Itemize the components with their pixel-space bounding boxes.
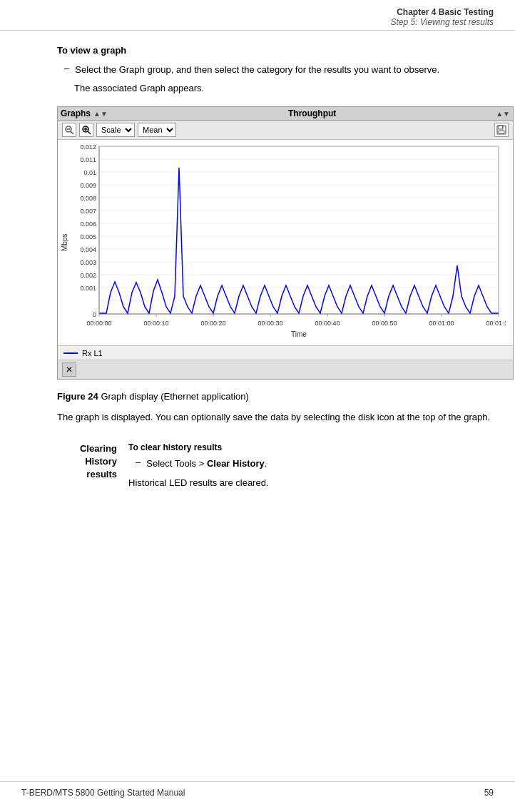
chart-inner: 0.012 0.011 0.01 0.009 0.008 0.007 0.006… (71, 143, 513, 342)
save-disk-button[interactable] (494, 123, 509, 137)
svg-text:00:00:10: 00:00:10 (143, 320, 168, 327)
svg-text:0.003: 0.003 (80, 259, 96, 266)
svg-line-1 (71, 131, 73, 134)
figure-caption: Figure 24 Graph display (Ethernet applic… (57, 391, 494, 402)
clearing-content: To clear history results – Select Tools … (128, 442, 494, 490)
clearing-bullet-text: Select Tools > (146, 458, 207, 469)
svg-text:00:00:20: 00:00:20 (200, 320, 225, 327)
scale-select[interactable]: Scale (96, 123, 135, 137)
clearing-text: Select Tools > Clear History. (146, 457, 267, 471)
graph-toolbar: Scale Mean (58, 121, 513, 140)
svg-text:0.012: 0.012 (80, 143, 96, 151)
svg-text:0.004: 0.004 (80, 246, 96, 253)
legend-item-label: Rx L1 (82, 349, 103, 357)
clearing-subheading: To clear history results (128, 442, 494, 452)
svg-text:0.007: 0.007 (80, 208, 96, 215)
mean-select[interactable]: Mean (138, 123, 176, 137)
zoom-out-button[interactable] (62, 123, 76, 137)
bullet-item-1: – Select the Graph group, and then selec… (57, 63, 494, 77)
svg-text:00:00:50: 00:00:50 (372, 320, 397, 327)
svg-text:0.009: 0.009 (80, 182, 96, 189)
svg-line-4 (88, 131, 91, 134)
svg-text:00:00:40: 00:00:40 (315, 320, 340, 327)
associated-text: The associated Graph appears. (57, 81, 494, 96)
graph-description: The graph is displayed. You can optional… (57, 410, 494, 425)
legend-line-symbol (63, 352, 78, 354)
svg-rect-11 (99, 146, 499, 314)
cross-button[interactable]: ✕ (62, 362, 76, 377)
clearing-dash: – (136, 457, 141, 471)
page-footer: T-BERD/MTS 5800 Getting Started Manual 5… (0, 781, 515, 798)
graph-left-title: Graphs (61, 108, 91, 118)
svg-text:0.008: 0.008 (80, 195, 96, 202)
main-content: To view a graph – Select the Graph group… (0, 31, 515, 516)
historical-text: Historical LED results are cleared. (128, 476, 494, 490)
clearing-label: Clearing History results (57, 442, 128, 490)
svg-text:0.01: 0.01 (83, 169, 96, 176)
svg-text:00:01:10: 00:01:10 (486, 320, 506, 327)
graph-titlebar-right: Throughput ▲▼ (282, 108, 510, 118)
svg-text:Time: Time (291, 330, 307, 338)
graph-bottombar: ✕ (58, 360, 513, 379)
svg-text:0: 0 (93, 311, 96, 318)
footer-page: 59 (484, 788, 494, 798)
graph-widget: Graphs ▲▼ Throughput ▲▼ (57, 106, 514, 380)
graph-right-title: Throughput (288, 108, 336, 118)
graph-titlebar: Graphs ▲▼ Throughput ▲▼ (58, 107, 513, 121)
svg-text:00:01:00: 00:01:00 (429, 320, 454, 327)
svg-text:0.006: 0.006 (80, 220, 96, 228)
clearing-label-line2: History results (85, 456, 117, 479)
svg-text:0.011: 0.011 (80, 156, 96, 163)
graph-left-arrow[interactable]: ▲▼ (93, 110, 108, 118)
clearing-bold-text: Clear History (207, 458, 265, 469)
clearing-section: Clearing History results To clear histor… (57, 442, 494, 490)
chapter-title: Chapter 4 Basic Testing (397, 7, 494, 17)
clearing-bullet-end: . (265, 458, 267, 469)
svg-text:0.001: 0.001 (80, 285, 96, 292)
step-title: Step 5: Viewing test results (390, 17, 494, 27)
legend-area: Rx L1 (58, 345, 513, 360)
svg-rect-9 (499, 131, 504, 133)
page-header: Chapter 4 Basic Testing Step 5: Viewing … (0, 0, 515, 31)
footer-product: T-BERD/MTS 5800 Getting Started Manual (21, 788, 185, 798)
svg-text:00:00:00: 00:00:00 (86, 320, 111, 327)
bullet-text-1: Select the Graph group, and then select … (75, 63, 439, 77)
y-axis-label: Mbps (58, 143, 71, 342)
figure-number: Figure 24 (57, 391, 98, 402)
graph-right-arrow[interactable]: ▲▼ (496, 110, 510, 118)
clearing-label-line1: Clearing (80, 443, 117, 454)
svg-text:0.005: 0.005 (80, 233, 96, 240)
zoom-in-button[interactable] (79, 123, 93, 137)
figure-description: Graph display (Ethernet application) (98, 391, 249, 402)
svg-rect-10 (502, 126, 503, 128)
chart-area: Mbps (58, 140, 513, 345)
chart-svg: 0.012 0.011 0.01 0.009 0.008 0.007 0.006… (71, 143, 506, 342)
svg-text:0.002: 0.002 (80, 272, 96, 279)
bullet-dash: – (64, 63, 69, 77)
clearing-bullet: – Select Tools > Clear History. (128, 457, 494, 471)
section-heading: To view a graph (57, 45, 494, 56)
svg-text:00:00:30: 00:00:30 (258, 320, 282, 327)
graph-titlebar-left: Graphs ▲▼ (61, 108, 282, 118)
